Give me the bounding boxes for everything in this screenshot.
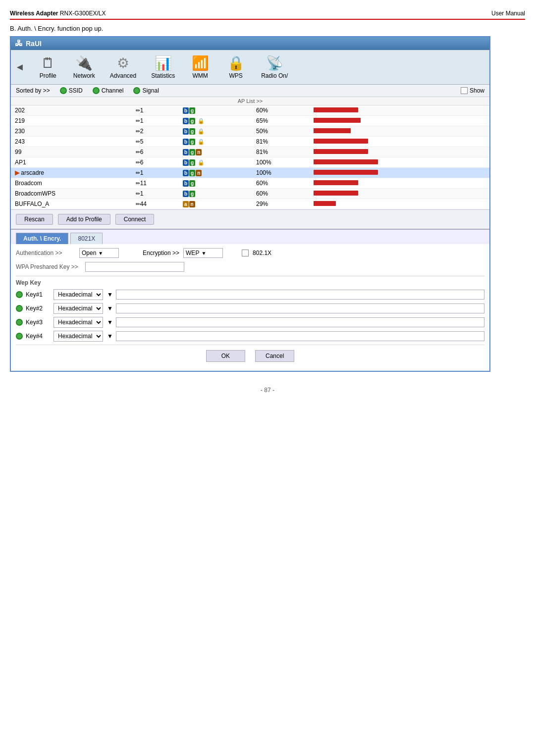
show-checkbox-area[interactable]: Show xyxy=(461,87,484,94)
badge-g: g xyxy=(189,118,195,124)
key1-dropdown-arrow: ▼ xyxy=(107,291,113,298)
ap-channel: ✏6 xyxy=(132,157,179,168)
doc-title-right: User Manual xyxy=(491,10,525,17)
nav-item-wmm[interactable]: 📶 WMM xyxy=(183,53,217,81)
pencil-icon: ✏ xyxy=(136,139,140,145)
nav-back-button[interactable]: ◄ xyxy=(15,61,25,73)
wpa-input[interactable] xyxy=(85,262,184,272)
key3-radio[interactable] xyxy=(16,319,23,326)
signal-bar-fill xyxy=(314,170,378,175)
connect-button[interactable]: Connect xyxy=(115,214,155,225)
ap-ssid: ▶ arscadre xyxy=(11,168,132,178)
auth-dropdown-arrow: ▼ xyxy=(98,251,103,256)
ssid-sort-item[interactable]: SSID xyxy=(60,87,83,94)
key4-row: Key#4 Hexadecimal ▼ xyxy=(16,331,484,342)
ap-types: bgn xyxy=(179,147,252,157)
show-checkbox[interactable] xyxy=(461,87,468,94)
lock-icon: 🔒 xyxy=(198,139,205,145)
ap-ssid: Broadcom xyxy=(11,178,132,189)
radio-icon: 📡 xyxy=(266,55,283,71)
ap-signal-bar xyxy=(310,199,489,209)
ap-ssid: 243 xyxy=(11,137,132,147)
channel-sort-item[interactable]: Channel xyxy=(93,87,124,94)
channel-radio[interactable] xyxy=(93,87,100,94)
auth-encry-tab[interactable]: Auth. \ Encry. xyxy=(16,233,68,244)
ap-signal-bar xyxy=(310,137,489,147)
key2-input[interactable] xyxy=(116,303,484,313)
badge-g: g xyxy=(189,159,195,166)
key1-format-dropdown[interactable]: Hexadecimal xyxy=(54,289,103,300)
key2-radio-group xyxy=(16,305,23,312)
key3-input[interactable] xyxy=(116,317,484,327)
badge-b: b xyxy=(183,180,189,187)
key4-radio[interactable] xyxy=(16,333,23,340)
table-row[interactable]: AP1✏6bg 🔒100% xyxy=(11,157,489,168)
table-row[interactable]: 243✏5bg 🔒81% xyxy=(11,137,489,147)
raui-icon: 🖧 xyxy=(15,39,23,48)
doc-product-name: Wireless Adapter xyxy=(10,10,58,17)
ssid-radio[interactable] xyxy=(60,87,67,94)
enc-802-label: 802.1X xyxy=(253,250,271,256)
table-row[interactable]: ▶ arscadre✏1bgn100% xyxy=(11,168,489,178)
ap-signal-pct: 60% xyxy=(252,189,310,199)
nav-item-radio[interactable]: 📡 Radio On/ xyxy=(254,53,295,81)
signal-sort-item[interactable]: Signal xyxy=(133,87,159,94)
enc-dropdown-arrow: ▼ xyxy=(201,251,206,256)
nav-label-advanced: Advanced xyxy=(110,72,136,79)
wpa-row: WPA Preshared Key >> xyxy=(16,262,484,272)
table-row[interactable]: Broadcom✏11bg60% xyxy=(11,178,489,189)
badge-g: g xyxy=(189,180,195,187)
key1-radio[interactable] xyxy=(16,291,23,298)
doc-title-left: Wireless Adapter RNX-G300EX/LX xyxy=(10,10,106,17)
pencil-icon: ✏ xyxy=(136,201,140,207)
table-row[interactable]: 99✏6bgn81% xyxy=(11,147,489,157)
auth-tab-content: Authentication >> Open ▼ Encryption >> W… xyxy=(11,244,489,371)
pencil-icon: ✏ xyxy=(136,128,140,134)
badge-b: b xyxy=(183,128,189,135)
lock-icon: 🔒 xyxy=(198,159,205,165)
cancel-button[interactable]: Cancel xyxy=(255,350,294,362)
nav-item-profile[interactable]: 🗒 Profile xyxy=(31,53,65,81)
enc-dropdown[interactable]: WEP ▼ xyxy=(183,248,223,258)
key2-radio[interactable] xyxy=(16,305,23,312)
key1-input[interactable] xyxy=(116,290,484,300)
key2-format-dropdown[interactable]: Hexadecimal xyxy=(54,303,103,314)
wmm-icon: 📶 xyxy=(192,55,209,71)
badge-b: b xyxy=(183,107,189,114)
nav-item-network[interactable]: 🔌 Network xyxy=(66,53,102,81)
ap-channel: ✏2 xyxy=(132,126,179,137)
add-to-profile-button[interactable]: Add to Profile xyxy=(58,214,110,225)
ap-ssid: BroadcomWPS xyxy=(11,189,132,199)
auth-tab-bar: Auth. \ Encry. 8021X xyxy=(11,230,489,244)
pencil-icon: ✏ xyxy=(136,191,140,197)
key4-format-dropdown[interactable]: Hexadecimal xyxy=(54,331,103,342)
ap-ssid: BUFFALO_A xyxy=(11,199,132,209)
8021x-tab[interactable]: 8021X xyxy=(70,233,103,244)
table-row[interactable]: 219✏1bg 🔒65% xyxy=(11,116,489,126)
table-row[interactable]: 230✏2bg 🔒50% xyxy=(11,126,489,137)
ap-types: bgn xyxy=(179,168,252,178)
table-row[interactable]: BUFFALO_A✏44an29% xyxy=(11,199,489,209)
enc-802-checkbox[interactable] xyxy=(242,250,249,256)
badge-b: b xyxy=(183,170,189,176)
key4-input[interactable] xyxy=(116,331,484,341)
nav-item-wps[interactable]: 🔒 WPS xyxy=(218,53,253,81)
rescan-button[interactable]: Rescan xyxy=(16,214,53,225)
ap-types: bg xyxy=(179,189,252,199)
key1-row: Key#1 Hexadecimal ▼ xyxy=(16,289,484,300)
table-row[interactable]: BroadcomWPS✏1bg60% xyxy=(11,189,489,199)
nav-item-advanced[interactable]: ⚙ Advanced xyxy=(103,53,143,81)
auth-row: Authentication >> Open ▼ Encryption >> W… xyxy=(16,248,484,258)
signal-radio[interactable] xyxy=(133,87,140,94)
key3-format-dropdown[interactable]: Hexadecimal xyxy=(54,317,103,328)
nav-label-statistics: Statistics xyxy=(151,72,175,79)
nav-label-wmm: WMM xyxy=(193,72,208,79)
raui-titlebar: 🖧 RaUI xyxy=(11,37,489,50)
auth-dropdown[interactable]: Open ▼ xyxy=(79,248,119,258)
nav-item-statistics[interactable]: 📊 Statistics xyxy=(144,53,182,81)
table-row[interactable]: 202✏1bg60% xyxy=(11,105,489,116)
badge-b: b xyxy=(183,149,189,155)
network-icon: 🔌 xyxy=(75,55,93,71)
ok-button[interactable]: OK xyxy=(206,350,245,362)
ap-signal-pct: 100% xyxy=(252,157,310,168)
